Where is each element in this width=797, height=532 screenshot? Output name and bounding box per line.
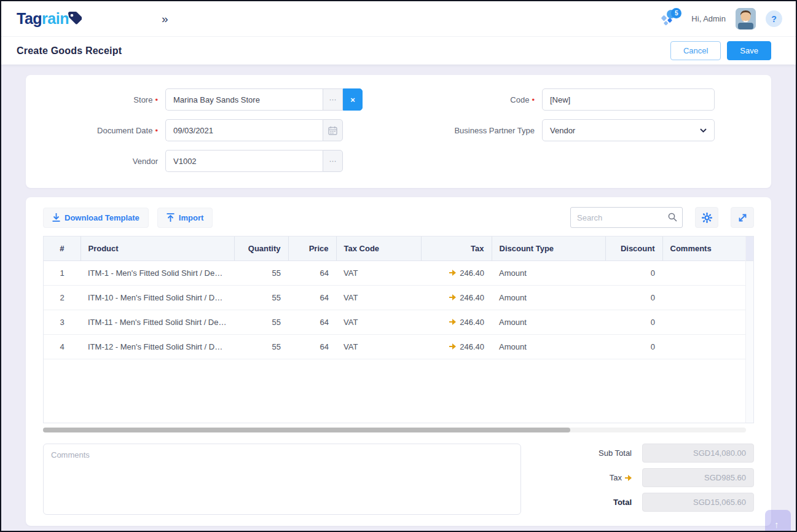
expand-icon	[738, 213, 747, 222]
calendar-icon	[328, 126, 337, 135]
column-header-tax[interactable]: Tax	[421, 237, 492, 260]
business-partner-type-field-row: Business Partner Type Vendor	[418, 119, 753, 141]
store-lookup-button[interactable]: ···	[323, 88, 343, 111]
sub-total-label: Sub Total	[599, 448, 632, 458]
table-row[interactable]: 4ITM-12 - Men's Fitted Solid Shirt / Dee…	[44, 334, 745, 359]
tagrain-logo[interactable]: Tagrain	[17, 10, 82, 28]
calendar-button[interactable]	[323, 119, 343, 141]
search-icon	[668, 213, 677, 222]
grid-settings-button[interactable]	[695, 207, 718, 228]
tax-total-row: Tax SGD985.60	[539, 468, 754, 487]
tax-arrow-icon	[449, 319, 456, 325]
required-asterisk: •	[532, 95, 535, 104]
grid-toolbar: Download Template Import	[43, 207, 754, 228]
cell-discount-type: Amount	[492, 310, 605, 334]
store-input[interactable]	[165, 88, 323, 111]
vendor-input[interactable]	[165, 150, 323, 172]
save-button[interactable]: Save	[727, 41, 771, 60]
download-icon	[52, 213, 60, 222]
cell-discount: 0	[605, 334, 662, 359]
cell-price: 64	[288, 260, 336, 285]
cell-index: 1	[44, 260, 80, 285]
cell-discount-type: Amount	[492, 285, 605, 310]
app-window: Tagrain » 5 Hi, Admin	[0, 0, 797, 532]
required-asterisk: •	[155, 95, 158, 104]
price-tag-icon	[67, 10, 82, 26]
cell-tax-code: VAT	[336, 260, 421, 285]
search-input[interactable]	[570, 207, 683, 228]
import-upload-icon	[167, 213, 175, 222]
document-date-input[interactable]	[165, 119, 323, 141]
tax-total-value: SGD985.60	[642, 468, 754, 487]
expand-grid-button[interactable]	[731, 207, 754, 228]
business-partner-type-value: Vendor	[550, 126, 575, 135]
help-button[interactable]: ?	[766, 10, 782, 27]
column-header-index[interactable]: #	[44, 237, 80, 260]
cell-quantity: 55	[234, 334, 288, 359]
cell-discount-type: Amount	[492, 334, 605, 359]
sidebar-expand-icon[interactable]: »	[162, 12, 167, 26]
vendor-field-row: Vendor ···	[44, 150, 363, 172]
vertical-scrollbar[interactable]	[745, 237, 753, 423]
notifications-button[interactable]: 5	[661, 8, 681, 30]
totals-panel: Sub Total SGD14,080.00 Tax SGD985.60	[539, 444, 754, 515]
cell-product: ITM-12 - Men's Fitted Solid Shirt / Deep…	[80, 334, 234, 359]
column-header-comments[interactable]: Comments	[662, 237, 745, 260]
user-avatar[interactable]	[736, 8, 756, 29]
comments-textarea[interactable]	[43, 444, 521, 515]
code-field-row: Code•	[418, 88, 753, 111]
import-button[interactable]: Import	[157, 208, 213, 228]
page-header-bar: Create Goods Receipt Cancel Save	[1, 36, 796, 65]
page-content: Store• ··· × Document Date•	[1, 65, 796, 531]
cell-quantity: 55	[234, 260, 288, 285]
footer-section: Sub Total SGD14,080.00 Tax SGD985.60	[43, 444, 754, 515]
grand-total-row: Total SGD15,065.60	[539, 493, 754, 512]
cancel-button[interactable]: Cancel	[670, 41, 721, 60]
vendor-label: Vendor	[44, 157, 158, 166]
cell-tax: 246.40	[421, 285, 492, 310]
cell-tax: 246.40	[421, 260, 492, 285]
cell-price: 64	[288, 334, 336, 359]
cell-comments	[662, 334, 745, 359]
table-body: 1ITM-1 - Men's Fitted Solid Shirt / Deni…	[44, 260, 745, 359]
tax-arrow-icon	[449, 294, 456, 300]
column-header-discount[interactable]: Discount	[605, 237, 662, 260]
download-template-button[interactable]: Download Template	[43, 208, 149, 228]
column-header-product[interactable]: Product	[80, 237, 234, 260]
column-header-discount-type[interactable]: Discount Type	[492, 237, 605, 260]
chevron-down-icon	[700, 128, 707, 133]
tax-arrow-icon	[449, 343, 456, 350]
code-label: Code•	[418, 95, 535, 104]
column-header-quantity[interactable]: Quantity	[234, 237, 288, 260]
required-asterisk: •	[155, 126, 158, 135]
horizontal-scrollbar-track[interactable]	[43, 428, 746, 432]
cell-tax: 246.40	[421, 334, 492, 359]
tax-arrow-icon	[449, 270, 456, 276]
document-date-field-row: Document Date•	[44, 119, 363, 141]
cell-discount: 0	[605, 285, 662, 310]
notification-count-badge: 5	[671, 8, 681, 18]
code-input[interactable]	[542, 88, 715, 111]
cell-product: ITM-10 - Men's Fitted Solid Shirt / Deep…	[80, 285, 234, 310]
table-row[interactable]: 2ITM-10 - Men's Fitted Solid Shirt / Dee…	[44, 285, 745, 310]
business-partner-type-select[interactable]: Vendor	[542, 119, 715, 141]
sub-total-value: SGD14,080.00	[642, 444, 754, 463]
vendor-lookup-button[interactable]: ···	[323, 150, 343, 172]
table-header-row: # Product Quantity Price Tax Code Tax Di…	[44, 237, 745, 260]
store-clear-button[interactable]: ×	[343, 88, 363, 111]
cell-tax: 246.40	[421, 310, 492, 334]
column-header-tax-code[interactable]: Tax Code	[336, 237, 421, 260]
cell-index: 4	[44, 334, 80, 359]
cell-price: 64	[288, 310, 336, 334]
scroll-to-top-button[interactable]: ↑	[765, 510, 791, 532]
cell-index: 2	[44, 285, 80, 310]
column-header-price[interactable]: Price	[288, 237, 336, 260]
table-row[interactable]: 3ITM-11 - Men's Fitted Solid Shirt / Dee…	[44, 310, 745, 334]
top-navigation-bar: Tagrain » 5 Hi, Admin	[1, 1, 796, 36]
horizontal-scrollbar-thumb[interactable]	[43, 428, 570, 432]
cell-product: ITM-11 - Men's Fitted Solid Shirt / Deep…	[80, 310, 234, 334]
avatar-image	[736, 8, 756, 29]
table-row[interactable]: 1ITM-1 - Men's Fitted Solid Shirt / Deni…	[44, 260, 745, 285]
line-items-grid: # Product Quantity Price Tax Code Tax Di…	[43, 236, 754, 423]
cell-tax-code: VAT	[336, 334, 421, 359]
